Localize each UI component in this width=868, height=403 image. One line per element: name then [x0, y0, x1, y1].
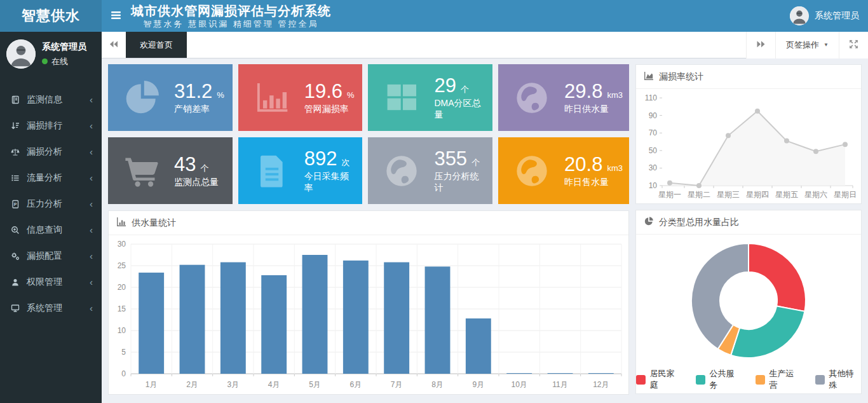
stat-label: 产销差率: [174, 104, 224, 115]
left-column: 31.2% 产销差率 19.6% 管网漏损率: [108, 64, 629, 395]
svg-text:1月: 1月: [146, 380, 158, 389]
legend-swatch: [696, 375, 705, 385]
stat-card-text: 19.6% 管网漏损率: [304, 81, 355, 115]
sidebar-item-flow-analysis[interactable]: 流量分析 ‹: [0, 165, 102, 191]
sidebar-item-leakage-config[interactable]: 漏损配置 ‹: [0, 243, 102, 269]
stat-label: 压力分析统计: [434, 171, 486, 194]
sidebar-item-label: 信息查询: [27, 224, 62, 236]
legend-label: 其他特殊: [829, 368, 861, 391]
svg-text:星期六: 星期六: [804, 190, 827, 199]
chevron-left-icon: ‹: [90, 95, 93, 104]
pie-chart-icon: [118, 78, 165, 118]
stat-card-monitor-points: 43个 监测点总量: [108, 137, 233, 204]
book-icon: [10, 95, 20, 104]
chevron-left-icon: ‹: [90, 251, 93, 261]
svg-text:110: 110: [645, 93, 657, 102]
sidebar-toggle-button[interactable]: [102, 0, 130, 32]
panel-header: 分类型总用水量占比: [636, 210, 861, 235]
main-area: 欢迎首页 页签操作 ▼ 31.2%: [102, 32, 868, 403]
sidebar-item-pressure-analysis[interactable]: P 压力分析 ‹: [0, 191, 102, 217]
stat-card-pressure-stats: 355个 压力分析统计: [368, 137, 492, 204]
stat-value: 20.8: [564, 154, 602, 175]
sidebar-item-label: 系统管理: [27, 303, 62, 314]
chevron-left-icon: ‹: [90, 173, 93, 182]
sidebar-item-label: 权限管理: [27, 277, 62, 288]
stat-card-text: 355个 压力分析统计: [434, 148, 486, 194]
sidebar-item-label: 监测信息: [27, 94, 62, 106]
page-title: 城市供水管网漏损评估与分析系统: [131, 3, 331, 18]
chevron-left-icon: ‹: [90, 225, 93, 235]
fullscreen-button[interactable]: [839, 32, 868, 58]
online-status-label: 在线: [51, 56, 68, 67]
chevron-left-icon: ‹: [90, 199, 93, 208]
search-plus-icon: [10, 226, 20, 235]
tabs-scroll-left-button[interactable]: [102, 32, 126, 58]
stat-label: 昨日供水量: [564, 104, 623, 115]
bar-chart-icon: [248, 78, 295, 118]
navbar: 城市供水管网漏损评估与分析系统 智慧水务 慧眼识漏 精细管理 管控全局 系统管理…: [102, 0, 868, 32]
tab-actions-dropdown[interactable]: 页签操作 ▼: [775, 32, 839, 58]
tabs-scroll-right-button[interactable]: [746, 32, 775, 58]
svg-text:4月: 4月: [268, 380, 280, 389]
chevron-left-icon: ‹: [90, 147, 93, 156]
expand-arrows-icon: [849, 39, 858, 51]
stat-unit: 个: [471, 157, 480, 168]
stat-card-text: 43个 监测点总量: [174, 154, 219, 188]
stat-value: 892: [304, 148, 337, 170]
stat-unit: km3: [607, 90, 623, 100]
bar-chart-icon: [116, 217, 126, 229]
svg-text:90: 90: [649, 111, 658, 120]
balance-scale-icon: [10, 147, 20, 156]
svg-text:星期五: 星期五: [775, 190, 798, 199]
legend-item[interactable]: 生产运营: [756, 368, 801, 391]
globe-icon: [378, 151, 425, 191]
legend-item[interactable]: 公共服务: [696, 368, 742, 391]
sidebar-item-system-management[interactable]: 系统管理 ‹: [0, 295, 102, 321]
stat-value: 31.2: [174, 81, 212, 102]
sidebar-item-label: 流量分析: [27, 172, 62, 184]
sidebar-item-monitoring-info[interactable]: 监测信息 ‹: [0, 86, 102, 113]
dashboard-content: 31.2% 产销差率 19.6% 管网漏损率: [102, 58, 868, 400]
svg-text:11月: 11月: [552, 380, 567, 389]
svg-text:8月: 8月: [431, 380, 444, 389]
stat-unit: %: [217, 90, 224, 100]
svg-text:6月: 6月: [349, 380, 362, 389]
user-menu[interactable]: 系统管理员: [790, 0, 859, 32]
svg-text:20: 20: [118, 283, 126, 292]
stat-card-text: 892次 今日采集频率: [304, 148, 356, 194]
sidebar-item-leakage-ranking[interactable]: 漏损排行 ‹: [0, 113, 102, 139]
legend-label: 居民家庭: [650, 368, 682, 391]
sidebar-item-leakage-analysis[interactable]: 漏损分析 ‹: [0, 139, 102, 165]
desktop-icon: [10, 304, 20, 313]
sidebar-item-info-query[interactable]: 信息查询 ‹: [0, 217, 102, 243]
svg-text:3月: 3月: [227, 380, 239, 389]
list-icon: [10, 174, 20, 182]
stat-value: 43: [174, 154, 196, 175]
svg-text:30: 30: [649, 163, 658, 172]
svg-text:70: 70: [649, 128, 658, 137]
tab-actions-label: 页签操作: [786, 39, 819, 51]
stat-unit: %: [347, 90, 355, 100]
legend-item[interactable]: 其他特殊: [815, 368, 861, 391]
panel-title: 漏损率统计: [659, 71, 703, 83]
file-text-icon: [248, 151, 295, 191]
donut-chart: [636, 235, 861, 367]
sidebar-item-label: 漏损分析: [27, 146, 62, 158]
sidebar-avatar: [6, 39, 36, 69]
svg-text:星期四: 星期四: [746, 190, 769, 199]
stat-cards-grid: 31.2% 产销差率 19.6% 管网漏损率: [108, 64, 629, 204]
hamburger-icon: [111, 11, 121, 21]
sidebar-user-info: 系统管理员 在线: [42, 41, 86, 67]
pie-chart-icon: [644, 216, 654, 229]
sidebar-menu: 监测信息 ‹ 漏损排行 ‹ 漏损分析 ‹ 流量分析 ‹ P 压力分析 ‹ 信息查…: [0, 86, 102, 321]
double-chevron-right-icon: [757, 40, 766, 50]
line-chart: 1030507090110星期一星期二星期三星期四星期五星期六星期日: [636, 89, 861, 202]
online-status-dot: [42, 58, 48, 64]
stat-card-text: 29个 DMA分区总量: [434, 75, 486, 121]
stat-card-text: 29.8km3 昨日供水量: [564, 81, 623, 115]
tab-welcome-home[interactable]: 欢迎首页: [126, 32, 187, 58]
sidebar-item-permission-management[interactable]: 权限管理 ‹: [0, 269, 102, 295]
sort-amount-icon: [10, 121, 20, 130]
stat-card-yesterday-sales: 20.8km3 昨日售水量: [498, 137, 629, 204]
legend-item[interactable]: 居民家庭: [636, 368, 682, 391]
